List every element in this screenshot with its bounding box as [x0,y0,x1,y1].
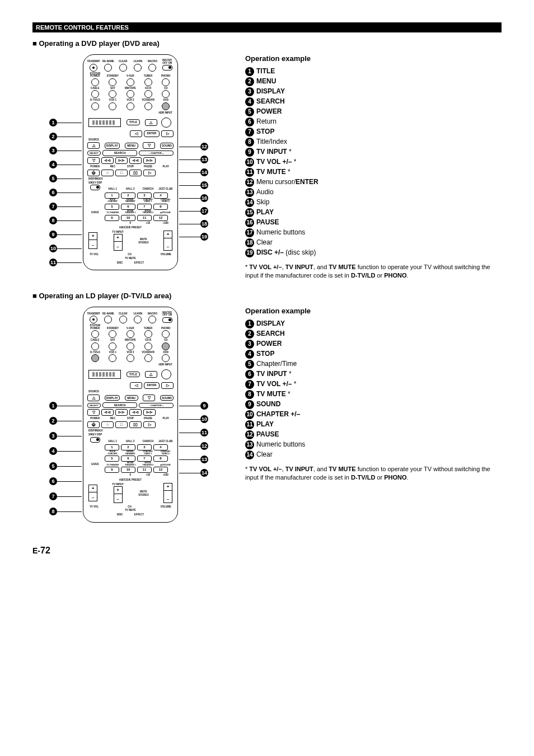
ops-item: 11TV MUTE * [245,168,502,177]
callout-bullet: 4 [49,447,57,455]
ops-item: 9TV INPUT * [245,148,502,157]
callout-bullet: 3 [49,432,57,440]
callout-bullet: 16 [200,194,208,202]
callout-bullet: 6 [49,477,57,485]
ops-item: 7TV VOL +/– * [245,380,502,389]
remote-diagram-2: TRANSMITRE-NAMECLEARLEARNMACROMACRO OFF … [32,307,228,523]
ops-item: 12Menu cursor/ENTER [245,178,502,187]
ops-item: 8TV MUTE * [245,390,502,399]
footnote-2: * TV VOL +/–, TV INPUT, and TV MUTE func… [245,465,502,482]
ops-item: 7STOP [245,128,502,137]
ops-item: 13Audio [245,188,502,197]
section1-title: Operating a DVD player (DVD area) [32,39,502,49]
callout-bullet: 1 [49,119,57,126]
ops-item: 10CHAPTER +/– [245,410,502,419]
callout-bullet: 9 [200,402,208,410]
section2-title: Operating an LD player (D-TV/LD area) [32,292,502,301]
callout-bullet: 2 [49,133,57,140]
ops-item: 1TITLE [245,67,502,76]
ops-item: 2MENU [245,77,502,86]
ops-item: 18Clear [245,238,502,247]
callout-bullet: 6 [49,189,57,196]
ops-item: 11PLAY [245,420,502,429]
ops-item: 9SOUND [245,400,502,409]
page-number: E-72 [32,545,502,557]
callout-bullet: 9 [49,231,57,238]
callout-bullet: 14 [200,469,208,477]
footnote-1: * TV VOL +/–, TV INPUT, and TV MUTE func… [245,263,502,280]
callout-bullet: 3 [49,147,57,154]
callout-bullet: 17 [200,207,208,215]
ops-item: 10TV VOL +/– * [245,158,502,167]
ops-item: 19DISC +/– (disc skip) [245,248,502,257]
ops-item: 1DISPLAY [245,320,502,328]
ops-heading-2: Operation example [245,307,502,316]
callout-bullet: 13 [200,456,208,463]
callout-bullet: 7 [49,203,57,210]
callout-bullet: 15 [200,181,208,189]
callout-bullet: 10 [200,415,208,423]
ops-item: 13Numeric buttons [245,440,502,449]
ops-list-1: 1TITLE2MENU3DISPLAY4SEARCH5POWER6Return7… [245,67,502,257]
remote-diagram-1: TRANSMITRE-NAMECLEARLEARNMACROMACRO OFF … [32,54,228,280]
callout-bullet: 11 [49,259,57,266]
ops-item: 5POWER [245,107,502,116]
ops-item: 14Skip [245,198,502,207]
callout-bullet: 5 [49,175,57,182]
ops-item: 2SEARCH [245,330,502,339]
ops-item: 14Clear [245,450,502,459]
callout-bullet: 5 [49,462,57,470]
callout-bullet: 2 [49,417,57,425]
callout-bullet: 12 [200,143,208,151]
ops-heading-1: Operation example [245,54,502,64]
ops-item: 4STOP [245,350,502,359]
callout-bullet: 19 [200,233,208,241]
section-header: REMOTE CONTROL FEATURES [32,22,502,32]
ops-item: 8Title/Index [245,138,502,147]
callout-bullet: 4 [49,161,57,168]
ops-item: 16PAUSE [245,218,502,227]
callout-bullet: 7 [49,492,57,500]
ops-item: 6TV INPUT * [245,370,502,379]
ops-item: 4SEARCH [245,97,502,106]
ops-list-2: 1DISPLAY2SEARCH3POWER4STOP5Chapter/Time6… [245,320,502,459]
callout-bullet: 12 [200,442,208,450]
callout-bullet: 8 [49,508,57,515]
ops-item: 3DISPLAY [245,87,502,96]
callout-bullet: 18 [200,220,208,228]
callout-bullet: 13 [200,156,208,163]
callout-bullet: 14 [200,168,208,176]
callout-bullet: 1 [49,402,57,410]
ops-item: 6Return [245,118,502,126]
callout-bullet: 8 [49,217,57,224]
ops-item: 5Chapter/Time [245,360,502,369]
ops-item: 3POWER [245,340,502,349]
callout-bullet: 10 [49,245,57,252]
callout-bullet: 11 [200,429,208,436]
ops-item: 17Numeric buttons [245,228,502,237]
ops-item: 12PAUSE [245,430,502,439]
ops-item: 15PLAY [245,208,502,217]
